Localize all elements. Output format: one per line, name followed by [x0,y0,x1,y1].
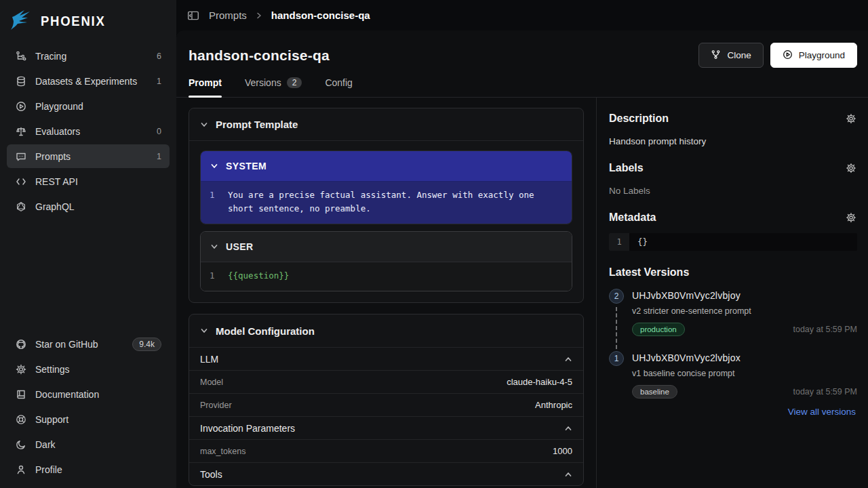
tools-section-row[interactable]: Tools [189,462,583,485]
model-value: claude-haiku-4-5 [507,377,572,387]
sidebar-item-label: Playground [35,101,83,112]
page-title: handson-concise-qa [189,47,330,64]
view-all-versions-row: View all versions [609,405,857,418]
version-tag-production: production [632,323,685,336]
sidebar-item-documentation[interactable]: Documentation [7,382,170,406]
sidebar-item-label: Profile [35,464,62,475]
version-id: UHJvbXB0VmVyc2lvbjoy [632,289,857,301]
metadata-editor[interactable]: 1 {} [609,233,857,251]
github-stars-badge: 9.4k [132,338,161,351]
edit-labels-gear-icon[interactable] [845,162,857,174]
sidebar-item-playground[interactable]: Playground [7,94,170,118]
code-brackets-icon [15,176,26,187]
sidebar-item-label: Support [35,414,68,425]
system-role-label: SYSTEM [226,161,267,171]
version-id: UHJvbXB0VmVyc2lvbjox [632,351,857,363]
sidebar-item-label: Documentation [35,389,99,400]
version-timestamp: today at 5:59 PM [793,387,857,396]
sidebar-item-datasets[interactable]: Datasets & Experiments 1 [7,69,170,93]
git-fork-icon [711,49,721,62]
system-prompt-text: You are a precise factual assistant. Ans… [228,188,562,216]
line-number: 1 [201,188,228,216]
view-all-versions-link[interactable]: View all versions [788,407,856,417]
max-tokens-row: max_tokens 1000 [189,439,583,462]
model-label: Model [200,378,223,387]
header-actions: Clone Playground [698,43,857,68]
prompt-template-title: Prompt Template [216,119,298,130]
prompt-template-body: SYSTEM 1 You are a precise factual assis… [189,141,583,302]
tab-label: Versions [245,77,281,88]
metadata-json: {} [629,233,656,251]
play-circle-icon [15,100,26,112]
labels-section-header: Labels [609,162,857,174]
sidebar-item-label: GraphQL [35,201,75,212]
phoenix-logo[interactable]: PHOENIX [0,0,176,44]
sidebar-item-graphql[interactable]: GraphQL [7,195,170,218]
topbar: Prompts handson-concise-qa [176,0,868,30]
sidebar-item-settings[interactable]: Settings [7,357,170,381]
database-icon [15,75,26,87]
invocation-parameters-section-row[interactable]: Invocation Parameters [189,416,583,439]
sidebar-item-prompts[interactable]: Prompts 1 [7,144,170,168]
chevron-right-icon [255,12,263,20]
breadcrumb-current: handson-concise-qa [271,9,370,21]
main-area: Prompts handson-concise-qa handson-conci… [176,0,868,488]
user-message-editor: 1 {{question}} [201,262,572,291]
prompt-column: Prompt Template SYSTEM [176,98,597,488]
sidebar-item-support[interactable]: Support [7,407,170,431]
prompt-template-header[interactable]: Prompt Template [189,108,583,141]
user-message-header[interactable]: USER [201,232,572,262]
sidebar-item-label: Tracing [35,51,66,62]
sidebar-item-tracing[interactable]: Tracing 6 [7,44,170,68]
sidebar-item-count: 0 [157,127,161,136]
sidebar-footer: Star on GitHub 9.4k Settings [0,332,176,481]
chevron-up-icon [564,470,572,479]
tab-versions[interactable]: Versions 2 [245,77,302,97]
sidebar-item-evaluators[interactable]: Evaluators 0 [7,119,170,143]
clone-button-label: Clone [727,50,751,60]
content-panel: handson-concise-qa Clone [176,30,868,488]
playground-button[interactable]: Playground [770,43,857,68]
details-column: Description Handson prompt history Label… [597,98,868,488]
clone-button[interactable]: Clone [698,43,763,68]
metadata-section-header: Metadata [609,211,857,224]
versions-count-badge: 2 [287,77,302,88]
phoenix-bird-icon [9,9,34,33]
version-item-2[interactable]: 2 UHJvbXB0VmVyc2lvbjoy v2 stricter one-s… [609,289,857,351]
chevron-down-icon [210,162,218,170]
collapse-sidebar-icon[interactable] [187,9,201,22]
version-meta-row: baseline today at 5:59 PM [632,385,857,399]
sidebar-item-label: Star on GitHub [35,339,98,350]
sidebar-item-theme-toggle[interactable]: Dark [7,432,170,456]
tools-label: Tools [200,469,222,480]
sidebar: PHOENIX Tracing 6 Datasets & Experimen [0,0,176,488]
sidebar-item-label: Datasets & Experiments [35,76,137,87]
version-timestamp: today at 5:59 PM [793,325,857,334]
system-message-block: SYSTEM 1 You are a precise factual assis… [200,150,572,224]
user-prompt-variable: {{question}} [228,269,289,283]
system-message-header[interactable]: SYSTEM [201,151,572,182]
edit-metadata-gear-icon[interactable] [845,211,857,224]
sidebar-item-profile[interactable]: Profile [7,458,170,481]
breadcrumb-prompts[interactable]: Prompts [209,9,247,21]
edit-description-gear-icon[interactable] [845,113,857,125]
app-root: PHOENIX Tracing 6 Datasets & Experimen [0,0,868,488]
tab-prompt[interactable]: Prompt [189,77,222,97]
labels-empty-text: No Labels [609,186,857,196]
version-item-1[interactable]: 1 UHJvbXB0VmVyc2lvbjox v1 baseline conci… [609,351,857,399]
metadata-title: Metadata [609,211,656,224]
llm-section-row[interactable]: LLM [189,347,583,370]
sidebar-item-rest-api[interactable]: REST API [7,169,170,193]
gear-icon [15,363,26,375]
system-message-editor: 1 You are a precise factual assistant. A… [201,182,572,224]
model-configuration-header[interactable]: Model Configuration [189,314,583,347]
sidebar-item-count: 1 [157,77,161,86]
max-tokens-label: max_tokens [200,447,245,456]
brand-name: PHOENIX [41,13,106,29]
sidebar-item-github-star[interactable]: Star on GitHub 9.4k [7,332,170,356]
book-icon [15,388,26,400]
sidebar-item-label: Settings [35,364,70,375]
tab-config[interactable]: Config [325,77,352,97]
prompt-template-card: Prompt Template SYSTEM [189,108,584,303]
content-columns: Prompt Template SYSTEM [176,98,868,488]
